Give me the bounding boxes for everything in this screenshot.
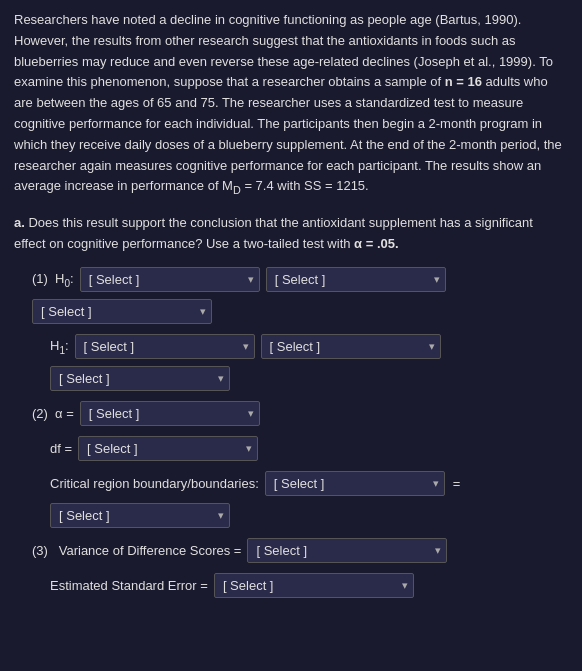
h1-label: H1: [50,336,69,358]
h0-select3[interactable]: [ Select ] [32,299,212,324]
df-select[interactable]: [ Select ] [78,436,258,461]
variance-section: (3) Variance of Difference Scores = [ Se… [14,538,568,563]
h1-select1[interactable]: [ Select ] [75,334,255,359]
h0-label: (1) H0: [32,269,74,291]
df-row: df = [ Select ] [50,436,568,461]
h1-select2-wrapper[interactable]: [ Select ] [261,334,441,359]
critical-select2-wrapper[interactable]: [ Select ] [50,503,230,528]
alpha-label: (2) α = [32,404,74,424]
alpha-row: (2) α = [ Select ] [32,401,568,426]
critical-row2: [ Select ] [50,503,568,528]
passage-text: Researchers have noted a decline in cogn… [14,10,568,199]
critical-select2[interactable]: [ Select ] [50,503,230,528]
h1-select2[interactable]: [ Select ] [261,334,441,359]
h0-select2-wrapper[interactable]: [ Select ] [266,267,446,292]
critical-section: Critical region boundary/boundaries: [ S… [14,471,568,528]
std-error-label: Estimated Standard Error = [50,576,208,596]
h1-section: H1: [ Select ] [ Select ] [ Select ] [14,334,568,391]
h1-select3-wrapper[interactable]: [ Select ] [50,366,230,391]
alpha-section: (2) α = [ Select ] [14,401,568,426]
h1-row: H1: [ Select ] [ Select ] [50,334,568,359]
h0-section: (1) H0: [ Select ] [ Select ] [ Select ] [14,267,568,324]
variance-select[interactable]: [ Select ] [247,538,447,563]
h0-select3-wrapper[interactable]: [ Select ] [32,299,212,324]
alpha-select[interactable]: [ Select ] [80,401,260,426]
h0-select1[interactable]: [ Select ] [80,267,260,292]
equals-sign: = [453,474,461,494]
critical-label: Critical region boundary/boundaries: [50,474,259,494]
df-select-wrapper[interactable]: [ Select ] [78,436,258,461]
std-error-section: Estimated Standard Error = [ Select ] [14,573,568,598]
alpha-select-wrapper[interactable]: [ Select ] [80,401,260,426]
h0-select2[interactable]: [ Select ] [266,267,446,292]
variance-row: (3) Variance of Difference Scores = [ Se… [32,538,568,563]
std-error-select[interactable]: [ Select ] [214,573,414,598]
df-section: df = [ Select ] [14,436,568,461]
std-error-row: Estimated Standard Error = [ Select ] [50,573,568,598]
critical-select-wrapper[interactable]: [ Select ] [265,471,445,496]
std-error-select-wrapper[interactable]: [ Select ] [214,573,414,598]
h0-row: (1) H0: [ Select ] [ Select ] [32,267,568,292]
h0-select1-wrapper[interactable]: [ Select ] [80,267,260,292]
h1-select1-wrapper[interactable]: [ Select ] [75,334,255,359]
variance-select-wrapper[interactable]: [ Select ] [247,538,447,563]
h1-select3[interactable]: [ Select ] [50,366,230,391]
h0-row2: [ Select ] [32,299,568,324]
df-label: df = [50,439,72,459]
critical-row: Critical region boundary/boundaries: [ S… [50,471,568,496]
h1-row2: [ Select ] [50,366,568,391]
question-header: a. Does this result support the conclusi… [14,213,568,255]
critical-select[interactable]: [ Select ] [265,471,445,496]
variance-label: (3) Variance of Difference Scores = [32,541,241,561]
